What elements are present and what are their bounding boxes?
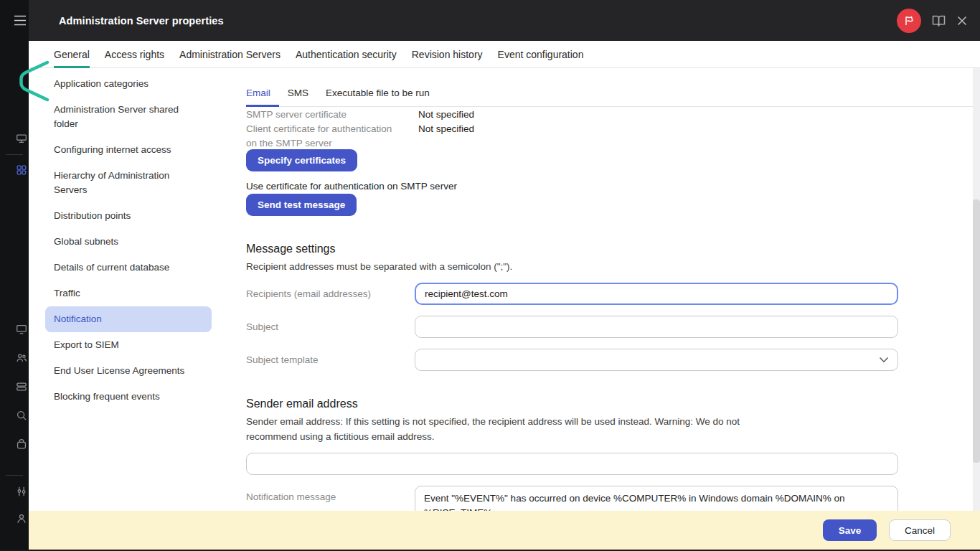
smtp-cert-label: SMTP server certificate	[246, 108, 418, 122]
use-certificate-text: Use certificate for authentication on SM…	[246, 181, 457, 192]
save-button[interactable]: Save	[823, 519, 877, 541]
notification-content: Email SMS Executable file to be run SMTP…	[246, 0, 898, 551]
sender-row	[246, 453, 898, 475]
sender-heading: Sender email address	[246, 397, 358, 410]
subtab-sms[interactable]: SMS	[288, 79, 308, 106]
subject-template-select[interactable]	[415, 349, 898, 371]
sidebar-item-hierarchy[interactable]: Hierarchy of Administration Servers	[45, 163, 212, 203]
subject-template-row: Subject template	[246, 349, 898, 371]
client-cert-value: Not specified	[418, 122, 474, 151]
subject-row: Subject	[246, 316, 898, 338]
dialog-title: Administration Server properties	[59, 15, 224, 27]
message-settings-heading: Message settings	[246, 242, 336, 255]
content-scrollbar[interactable]	[973, 68, 980, 511]
subject-template-label: Subject template	[246, 354, 319, 365]
subtab-email[interactable]: Email	[246, 79, 270, 106]
close-button[interactable]	[956, 15, 968, 27]
repositories-icon[interactable]	[15, 380, 28, 393]
rail-divider	[6, 154, 23, 155]
subject-input[interactable]	[415, 316, 898, 338]
sender-description: Sender email address: If this setting is…	[246, 414, 761, 444]
client-cert-label: Client certificate for authentication on…	[246, 122, 418, 151]
cancel-button[interactable]: Cancel	[889, 519, 951, 541]
settings-sliders-icon[interactable]	[15, 485, 28, 498]
dialog-footer: Save Cancel	[29, 511, 980, 550]
subject-label: Subject	[246, 321, 278, 332]
sidebar-item-blocking-frequent-events[interactable]: Blocking frequent events	[45, 384, 212, 410]
tab-access-rights[interactable]: Access rights	[105, 41, 164, 67]
rail-divider	[6, 475, 23, 476]
certificate-summary: SMTP server certificate Not specified Cl…	[246, 108, 474, 151]
sidebar-item-application-categories[interactable]: Application categories	[45, 71, 212, 97]
users-icon[interactable]	[15, 352, 28, 364]
recipients-row: Recipients (email addresses)	[246, 283, 898, 305]
close-icon	[956, 15, 968, 27]
notification-subtabs: Email SMS Executable file to be run	[246, 79, 973, 107]
managed-devices-icon[interactable]	[15, 132, 28, 145]
account-person-icon[interactable]	[15, 512, 28, 525]
sidebar-item-database-details[interactable]: Details of current database	[45, 255, 212, 281]
smtp-cert-value: Not specified	[418, 108, 474, 122]
marketplace-bag-icon[interactable]	[15, 438, 28, 451]
sender-email-input[interactable]	[246, 453, 898, 475]
sidebar-item-distribution-points[interactable]: Distribution points	[45, 203, 212, 229]
sidebar-item-notification[interactable]: Notification	[45, 306, 212, 332]
kaspersky-logo	[15, 59, 50, 103]
feedback-flag-button[interactable]	[897, 9, 921, 33]
book-icon	[931, 14, 946, 27]
subtab-executable-file[interactable]: Executable file to be run	[326, 79, 430, 106]
help-book-button[interactable]	[931, 14, 946, 27]
send-test-message-button[interactable]: Send test message	[246, 194, 357, 216]
sidebar-item-global-subnets[interactable]: Global subnets	[45, 229, 212, 255]
sidebar-item-eula[interactable]: End User License Agreements	[45, 358, 212, 384]
recipients-input[interactable]	[415, 283, 898, 305]
titlebar-actions	[897, 0, 968, 41]
search-icon[interactable]	[15, 409, 28, 422]
sidebar-item-shared-folder[interactable]: Administration Server shared folder	[45, 97, 212, 137]
sidebar-item-internet-access[interactable]: Configuring internet access	[45, 137, 212, 163]
notification-message-label: Notification message	[246, 491, 336, 502]
scrollbar-thumb[interactable]	[973, 199, 980, 463]
screen: Administration Server properties G	[0, 0, 980, 551]
settings-nav: Application categories Administration Se…	[45, 71, 212, 410]
specify-certificates-button[interactable]: Specify certificates	[246, 149, 357, 171]
sidebar-item-export-to-siem[interactable]: Export to SIEM	[45, 332, 212, 358]
tab-general[interactable]: General	[54, 41, 90, 67]
chevron-down-icon	[879, 357, 889, 363]
sidebar-item-traffic[interactable]: Traffic	[45, 281, 212, 306]
recipients-hint: Recipient addresses must be separated wi…	[246, 259, 512, 274]
dashboard-grid-icon[interactable]	[15, 164, 28, 176]
menu-icon[interactable]	[14, 15, 27, 26]
flag-icon	[903, 15, 915, 27]
devices-monitor-icon[interactable]	[15, 323, 28, 336]
recipients-label: Recipients (email addresses)	[246, 288, 371, 299]
